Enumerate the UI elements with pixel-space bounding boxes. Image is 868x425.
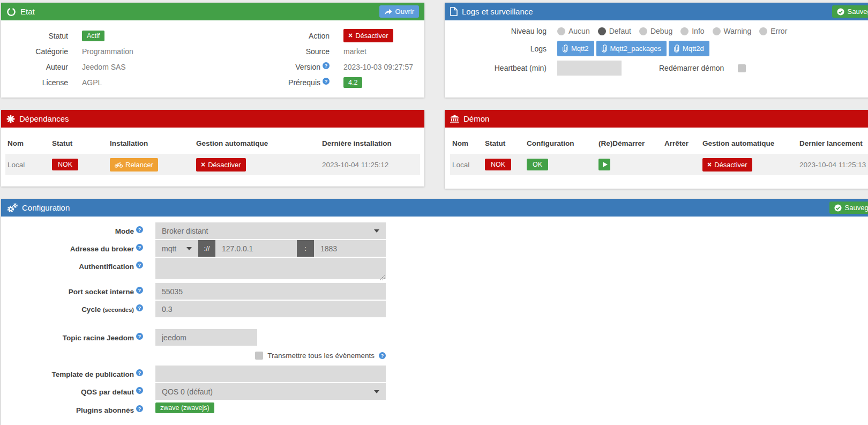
help-icon[interactable]: ?	[136, 262, 143, 269]
panel-title: Logs et surveillance	[462, 7, 533, 16]
log-button-mqtt2[interactable]: Mqtt2	[557, 41, 594, 56]
check-circle-icon	[837, 8, 844, 16]
socket-port-input[interactable]	[155, 283, 386, 300]
col-dernier-lancement: Dernier lancement	[797, 133, 868, 154]
help-icon[interactable]: ?	[136, 405, 143, 412]
transmit-all-events-checkbox[interactable]	[255, 352, 263, 360]
help-icon[interactable]: ?	[323, 78, 330, 85]
configuration-form: Mode? Broker distant Adresse du broker? …	[1, 217, 868, 414]
table-header-row: Nom Statut Installation Gestion automati…	[5, 133, 420, 154]
restart-daemon-label: Redémarrer démon	[659, 64, 724, 72]
authentification-textarea[interactable]	[155, 258, 386, 279]
publication-template-input[interactable]	[155, 366, 386, 382]
last-install-date: 2023-10-04 11:25:12	[320, 154, 420, 175]
field-auteur: Auteur Jeedom SAS	[1, 59, 213, 74]
row-transmettre: Transmettre tous les évènements ?	[1, 347, 868, 364]
asterisk-icon	[6, 115, 15, 123]
relancer-button[interactable]: Relancer	[110, 158, 158, 172]
help-icon[interactable]: ?	[136, 387, 143, 394]
stop-daemon-cell	[662, 154, 700, 175]
panel-title: Configuration	[22, 203, 70, 212]
field-value: market	[343, 47, 366, 56]
field-label: Source	[213, 47, 330, 56]
field-statut: Statut Actif	[1, 28, 213, 43]
help-icon[interactable]: ?	[323, 62, 330, 69]
table-header-row: Nom Statut Configuration (Re)Démarrer Ar…	[450, 133, 868, 154]
qos-select[interactable]: QOS 0 (défaut)	[155, 383, 386, 400]
paperclip-icon	[674, 44, 679, 53]
root-topic-input[interactable]	[155, 329, 257, 346]
close-icon: ×	[707, 161, 712, 168]
save-logs-button[interactable]: Sauvegarder	[832, 5, 868, 18]
log-button-mqtt2d[interactable]: Mqtt2d	[669, 41, 709, 56]
protocol-select[interactable]: mqtt	[155, 240, 198, 257]
prerequis-badge: 4.2	[343, 77, 362, 88]
broker-port-input[interactable]	[314, 240, 386, 257]
field-value: 2023-10-03 09:27:57	[343, 63, 413, 71]
panel-title: Démon	[463, 114, 489, 123]
institution-icon	[450, 115, 459, 123]
panel-dependances-header: Dépendances	[1, 110, 424, 128]
chevron-down-icon	[186, 247, 192, 250]
col-configuration: Configuration	[525, 133, 596, 154]
panel-logs: Logs et surveillance Sauvegarder Niveau …	[445, 3, 868, 98]
field-label: Prérequis?	[213, 78, 330, 87]
desactiver-plugin-button[interactable]: × Désactiver	[343, 29, 393, 42]
log-button-mqtt2-packages[interactable]: Mqtt2_packages	[596, 41, 667, 56]
status-badge: Actif	[82, 31, 104, 41]
close-icon: ×	[348, 32, 353, 39]
panel-demon-header: Démon	[445, 110, 868, 128]
field-label	[1, 347, 143, 351]
help-icon[interactable]: ?	[136, 333, 143, 340]
ouvrir-button[interactable]: Ouvrir	[379, 5, 419, 18]
daemon-status-badge: NOK	[485, 159, 511, 170]
mode-select[interactable]: Broker distant	[155, 222, 386, 239]
field-label: Mode?	[1, 222, 143, 235]
col-statut: Statut	[483, 133, 525, 154]
panel-configuration-header: Configuration Sauvegarder	[1, 199, 868, 217]
resize-grip[interactable]	[380, 275, 385, 280]
radio-warning[interactable]	[713, 27, 721, 35]
cogs-icon	[6, 203, 18, 213]
radio-aucun[interactable]	[557, 27, 565, 35]
field-prerequis: Prérequis? 4.2	[213, 74, 424, 90]
radio-defaut[interactable]	[598, 27, 606, 35]
row-topic-racine: Topic racine Jeedom?	[1, 329, 868, 346]
radio-error[interactable]	[759, 27, 767, 35]
help-icon[interactable]: ?	[136, 369, 143, 376]
broker-host-input[interactable]	[215, 240, 297, 257]
heartbeat-label: Heartbeat (min)	[445, 64, 547, 72]
cycle-input[interactable]	[155, 301, 386, 317]
panel-etat-header: Etat Ouvrir	[1, 3, 424, 20]
field-label: Authentification?	[1, 258, 143, 271]
start-daemon-button[interactable]	[598, 159, 610, 170]
restart-daemon-checkbox[interactable]	[738, 64, 746, 72]
col-nom: Nom	[5, 133, 50, 154]
radio-debug[interactable]	[639, 27, 647, 35]
help-icon[interactable]: ?	[136, 226, 143, 233]
help-icon[interactable]: ?	[136, 304, 143, 311]
field-label: Version?	[213, 62, 330, 71]
desactiver-gestion-button[interactable]: × Désactiver	[196, 158, 246, 172]
save-config-button[interactable]: Sauvegarder	[829, 202, 868, 214]
help-icon[interactable]: ?	[136, 244, 143, 251]
row-template-publication: Template de publication?	[1, 366, 868, 382]
share-icon	[384, 8, 392, 16]
radio-info[interactable]	[680, 27, 689, 35]
logs-body: Niveau log Aucun Defaut Debug Info Warni…	[445, 20, 868, 76]
daemon-name: Local	[450, 154, 483, 175]
check-circle-icon	[834, 204, 842, 212]
heartbeat-input[interactable]	[557, 61, 622, 76]
panel-etat: Etat Ouvrir Statut Actif Catégorie Progr…	[1, 3, 424, 98]
field-label: Plugins abonnés?	[1, 401, 143, 414]
field-label: Topic racine Jeedom?	[1, 329, 143, 342]
row-port-socket: Port socket interne?	[1, 283, 868, 300]
panel-logs-header: Logs et surveillance Sauvegarder	[445, 3, 868, 20]
col-redemarrer: (Re)Démarrer	[596, 133, 662, 154]
table-row: Local NOK Relancer × Désactiv	[5, 154, 420, 175]
desactiver-gestion-button[interactable]: × Désactiver	[702, 158, 752, 172]
help-icon[interactable]: ?	[136, 287, 143, 294]
field-label: Catégorie	[1, 47, 68, 56]
field-label: Adresse du broker?	[1, 240, 143, 253]
help-icon[interactable]: ?	[379, 352, 386, 359]
